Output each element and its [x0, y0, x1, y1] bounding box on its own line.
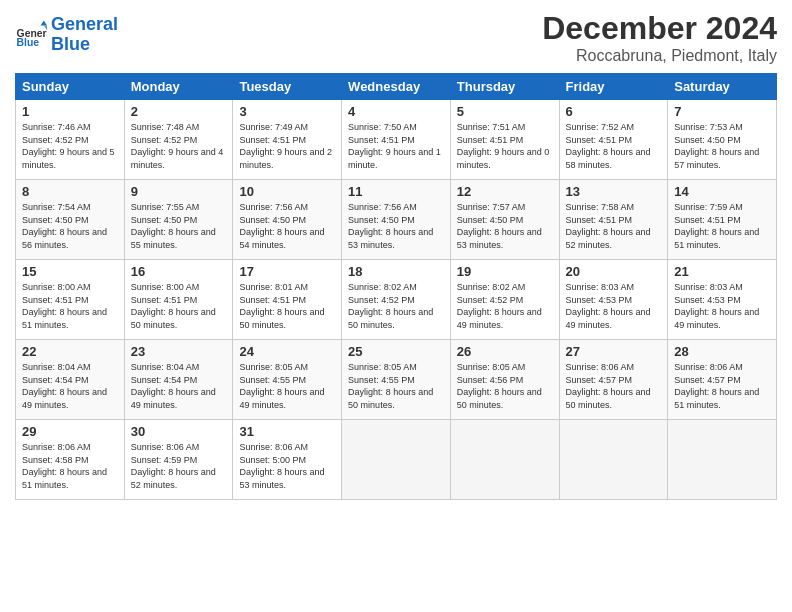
header-row: SundayMondayTuesdayWednesdayThursdayFrid…	[16, 74, 777, 100]
day-number: 4	[348, 104, 444, 119]
day-info: Sunrise: 7:56 AMSunset: 4:50 PMDaylight:…	[239, 202, 324, 250]
day-number: 27	[566, 344, 662, 359]
day-info: Sunrise: 7:52 AMSunset: 4:51 PMDaylight:…	[566, 122, 651, 170]
day-info: Sunrise: 8:02 AMSunset: 4:52 PMDaylight:…	[457, 282, 542, 330]
day-cell: 26 Sunrise: 8:05 AMSunset: 4:56 PMDaylig…	[450, 340, 559, 420]
day-number: 13	[566, 184, 662, 199]
day-number: 11	[348, 184, 444, 199]
day-cell: 8 Sunrise: 7:54 AMSunset: 4:50 PMDayligh…	[16, 180, 125, 260]
day-number: 24	[239, 344, 335, 359]
day-number: 15	[22, 264, 118, 279]
day-info: Sunrise: 8:06 AMSunset: 4:58 PMDaylight:…	[22, 442, 107, 490]
day-cell: 10 Sunrise: 7:56 AMSunset: 4:50 PMDaylig…	[233, 180, 342, 260]
day-number: 7	[674, 104, 770, 119]
svg-marker-2	[41, 20, 47, 25]
day-info: Sunrise: 8:04 AMSunset: 4:54 PMDaylight:…	[131, 362, 216, 410]
day-info: Sunrise: 8:01 AMSunset: 4:51 PMDaylight:…	[239, 282, 324, 330]
day-cell: 31 Sunrise: 8:06 AMSunset: 5:00 PMDaylig…	[233, 420, 342, 500]
day-cell: 28 Sunrise: 8:06 AMSunset: 4:57 PMDaylig…	[668, 340, 777, 420]
day-number: 25	[348, 344, 444, 359]
day-cell: 20 Sunrise: 8:03 AMSunset: 4:53 PMDaylig…	[559, 260, 668, 340]
day-info: Sunrise: 8:04 AMSunset: 4:54 PMDaylight:…	[22, 362, 107, 410]
day-cell: 19 Sunrise: 8:02 AMSunset: 4:52 PMDaylig…	[450, 260, 559, 340]
day-info: Sunrise: 7:46 AMSunset: 4:52 PMDaylight:…	[22, 122, 115, 170]
day-info: Sunrise: 8:02 AMSunset: 4:52 PMDaylight:…	[348, 282, 433, 330]
day-number: 18	[348, 264, 444, 279]
day-cell: 11 Sunrise: 7:56 AMSunset: 4:50 PMDaylig…	[342, 180, 451, 260]
logo: General Blue General Blue	[15, 15, 118, 55]
day-cell: 12 Sunrise: 7:57 AMSunset: 4:50 PMDaylig…	[450, 180, 559, 260]
day-info: Sunrise: 7:53 AMSunset: 4:50 PMDaylight:…	[674, 122, 759, 170]
day-cell: 18 Sunrise: 8:02 AMSunset: 4:52 PMDaylig…	[342, 260, 451, 340]
location: Roccabruna, Piedmont, Italy	[542, 47, 777, 65]
week-row-3: 15 Sunrise: 8:00 AMSunset: 4:51 PMDaylig…	[16, 260, 777, 340]
header-cell-tuesday: Tuesday	[233, 74, 342, 100]
header-cell-saturday: Saturday	[668, 74, 777, 100]
day-number: 26	[457, 344, 553, 359]
day-cell: 2 Sunrise: 7:48 AMSunset: 4:52 PMDayligh…	[124, 100, 233, 180]
day-cell: 22 Sunrise: 8:04 AMSunset: 4:54 PMDaylig…	[16, 340, 125, 420]
day-cell: 24 Sunrise: 8:05 AMSunset: 4:55 PMDaylig…	[233, 340, 342, 420]
day-cell: 6 Sunrise: 7:52 AMSunset: 4:51 PMDayligh…	[559, 100, 668, 180]
day-cell: 1 Sunrise: 7:46 AMSunset: 4:52 PMDayligh…	[16, 100, 125, 180]
day-cell: 13 Sunrise: 7:58 AMSunset: 4:51 PMDaylig…	[559, 180, 668, 260]
day-cell: 29 Sunrise: 8:06 AMSunset: 4:58 PMDaylig…	[16, 420, 125, 500]
day-info: Sunrise: 7:50 AMSunset: 4:51 PMDaylight:…	[348, 122, 441, 170]
day-info: Sunrise: 7:56 AMSunset: 4:50 PMDaylight:…	[348, 202, 433, 250]
day-info: Sunrise: 8:05 AMSunset: 4:55 PMDaylight:…	[348, 362, 433, 410]
svg-text:Blue: Blue	[17, 37, 40, 48]
day-number: 31	[239, 424, 335, 439]
day-info: Sunrise: 7:48 AMSunset: 4:52 PMDaylight:…	[131, 122, 224, 170]
day-cell: 27 Sunrise: 8:06 AMSunset: 4:57 PMDaylig…	[559, 340, 668, 420]
day-info: Sunrise: 7:58 AMSunset: 4:51 PMDaylight:…	[566, 202, 651, 250]
day-info: Sunrise: 8:03 AMSunset: 4:53 PMDaylight:…	[674, 282, 759, 330]
day-info: Sunrise: 8:05 AMSunset: 4:55 PMDaylight:…	[239, 362, 324, 410]
day-number: 10	[239, 184, 335, 199]
day-cell	[668, 420, 777, 500]
day-info: Sunrise: 8:06 AMSunset: 4:59 PMDaylight:…	[131, 442, 216, 490]
day-number: 28	[674, 344, 770, 359]
week-row-5: 29 Sunrise: 8:06 AMSunset: 4:58 PMDaylig…	[16, 420, 777, 500]
day-cell: 30 Sunrise: 8:06 AMSunset: 4:59 PMDaylig…	[124, 420, 233, 500]
logo-icon: General Blue	[15, 19, 47, 51]
week-row-2: 8 Sunrise: 7:54 AMSunset: 4:50 PMDayligh…	[16, 180, 777, 260]
day-cell: 23 Sunrise: 8:04 AMSunset: 4:54 PMDaylig…	[124, 340, 233, 420]
day-info: Sunrise: 8:06 AMSunset: 5:00 PMDaylight:…	[239, 442, 324, 490]
logo-text: General Blue	[51, 15, 118, 55]
day-number: 6	[566, 104, 662, 119]
day-number: 14	[674, 184, 770, 199]
month-title: December 2024	[542, 10, 777, 47]
day-info: Sunrise: 8:06 AMSunset: 4:57 PMDaylight:…	[674, 362, 759, 410]
day-number: 20	[566, 264, 662, 279]
day-cell: 7 Sunrise: 7:53 AMSunset: 4:50 PMDayligh…	[668, 100, 777, 180]
day-cell: 14 Sunrise: 7:59 AMSunset: 4:51 PMDaylig…	[668, 180, 777, 260]
day-info: Sunrise: 7:59 AMSunset: 4:51 PMDaylight:…	[674, 202, 759, 250]
week-row-4: 22 Sunrise: 8:04 AMSunset: 4:54 PMDaylig…	[16, 340, 777, 420]
day-number: 21	[674, 264, 770, 279]
day-cell: 9 Sunrise: 7:55 AMSunset: 4:50 PMDayligh…	[124, 180, 233, 260]
day-info: Sunrise: 8:03 AMSunset: 4:53 PMDaylight:…	[566, 282, 651, 330]
day-number: 16	[131, 264, 227, 279]
header-cell-monday: Monday	[124, 74, 233, 100]
day-info: Sunrise: 7:49 AMSunset: 4:51 PMDaylight:…	[239, 122, 332, 170]
logo-general: General	[51, 14, 118, 34]
day-cell: 17 Sunrise: 8:01 AMSunset: 4:51 PMDaylig…	[233, 260, 342, 340]
calendar-table: SundayMondayTuesdayWednesdayThursdayFrid…	[15, 73, 777, 500]
logo-blue: Blue	[51, 34, 90, 54]
day-info: Sunrise: 7:54 AMSunset: 4:50 PMDaylight:…	[22, 202, 107, 250]
day-number: 22	[22, 344, 118, 359]
day-number: 30	[131, 424, 227, 439]
day-number: 8	[22, 184, 118, 199]
day-info: Sunrise: 8:06 AMSunset: 4:57 PMDaylight:…	[566, 362, 651, 410]
day-info: Sunrise: 7:51 AMSunset: 4:51 PMDaylight:…	[457, 122, 550, 170]
day-info: Sunrise: 8:00 AMSunset: 4:51 PMDaylight:…	[22, 282, 107, 330]
main-container: General Blue General Blue December 2024 …	[0, 0, 792, 510]
day-cell	[559, 420, 668, 500]
day-number: 12	[457, 184, 553, 199]
day-info: Sunrise: 7:55 AMSunset: 4:50 PMDaylight:…	[131, 202, 216, 250]
day-cell	[450, 420, 559, 500]
day-number: 19	[457, 264, 553, 279]
day-cell: 5 Sunrise: 7:51 AMSunset: 4:51 PMDayligh…	[450, 100, 559, 180]
day-cell: 3 Sunrise: 7:49 AMSunset: 4:51 PMDayligh…	[233, 100, 342, 180]
day-info: Sunrise: 7:57 AMSunset: 4:50 PMDaylight:…	[457, 202, 542, 250]
